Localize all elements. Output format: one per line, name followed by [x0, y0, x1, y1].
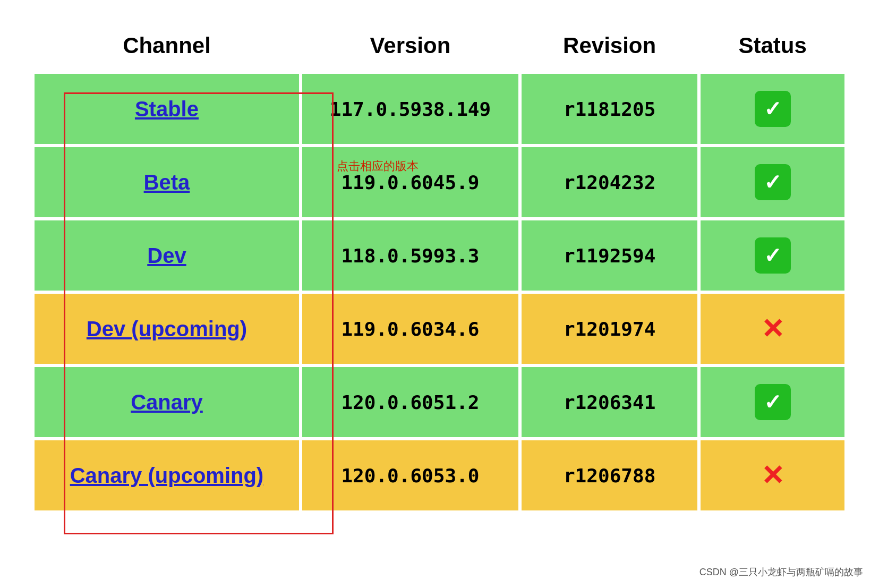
channel-header: Channel: [34, 23, 300, 71]
channel-link[interactable]: Dev (upcoming): [87, 317, 247, 340]
version-value: 119.0.6045.9: [341, 172, 479, 193]
revision-value: r1201974: [564, 318, 655, 340]
revision-value: r1206341: [564, 391, 655, 413]
table-row: Dev118.0.5993.3r1192594✓: [34, 220, 845, 291]
revision-value: r1204232: [564, 172, 655, 193]
table-row: Dev (upcoming)119.0.6034.6r1201974✕: [34, 293, 845, 364]
channel-link[interactable]: Stable: [135, 97, 199, 121]
channel-link[interactable]: Dev: [147, 244, 186, 267]
status-fail-icon: ✕: [755, 311, 791, 347]
status-ok-icon: ✓: [755, 91, 791, 127]
table-header-row: Channel Version Revision Status: [34, 23, 845, 71]
page-wrapper: Channel Version Revision Status Stable11…: [0, 0, 879, 545]
version-header: Version: [302, 23, 519, 71]
table-row: Canary120.0.6051.2r1206341✓: [34, 367, 845, 438]
channel-table: Channel Version Revision Status Stable11…: [32, 21, 847, 513]
status-ok-icon: ✓: [755, 164, 791, 200]
status-header: Status: [700, 23, 845, 71]
version-value: 119.0.6034.6: [341, 318, 479, 340]
version-value: 120.0.6051.2: [341, 391, 479, 413]
revision-value: r1192594: [564, 245, 655, 267]
channel-link[interactable]: Beta: [144, 171, 190, 194]
status-ok-icon: ✓: [755, 384, 791, 420]
watermark: CSDN @三只小龙虾与两瓶矿嗝的故事: [699, 566, 863, 578]
version-value: 117.0.5938.149: [330, 98, 491, 120]
version-value: 120.0.6053.0: [341, 465, 479, 487]
revision-value: r1181205: [564, 98, 655, 120]
table-row: Canary (upcoming)120.0.6053.0r1206788✕: [34, 440, 845, 511]
revision-value: r1206788: [564, 465, 655, 487]
channel-link[interactable]: Canary: [131, 390, 203, 414]
table-wrapper: Channel Version Revision Status Stable11…: [32, 21, 847, 513]
channel-link[interactable]: Canary (upcoming): [70, 464, 263, 487]
table-row: Stable117.0.5938.149r1181205✓: [34, 73, 845, 144]
status-ok-icon: ✓: [755, 237, 791, 274]
table-row: Beta119.0.6045.9r1204232✓: [34, 147, 845, 218]
tooltip-text: 点击相应的版本: [337, 158, 419, 174]
version-value: 118.0.5993.3: [341, 245, 479, 267]
status-fail-icon: ✕: [755, 457, 791, 493]
revision-header: Revision: [521, 23, 698, 71]
